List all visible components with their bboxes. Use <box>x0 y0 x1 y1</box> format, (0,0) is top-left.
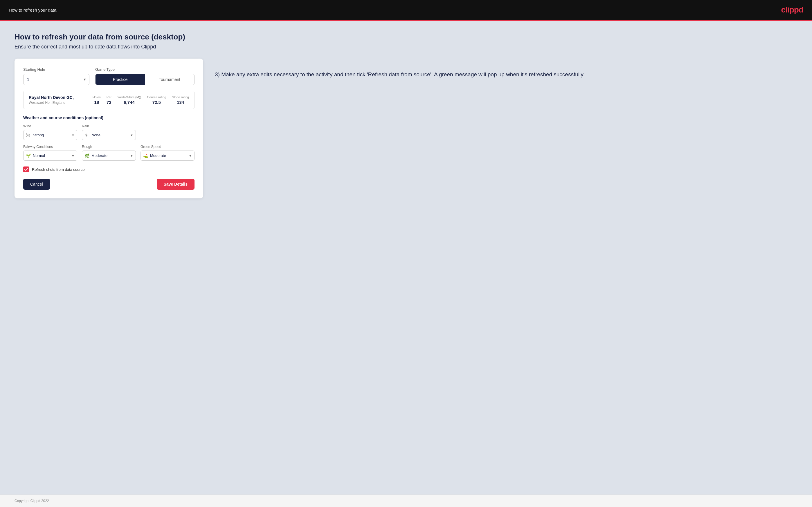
main-content: How to refresh your data from source (de… <box>0 21 812 495</box>
course-name-block: Royal North Devon GC, Westward Ho!, Engl… <box>29 95 87 105</box>
refresh-label: Refresh shots from data source <box>32 167 85 172</box>
holes-value: 18 <box>93 100 101 105</box>
refresh-checkbox-row[interactable]: Refresh shots from data source <box>23 167 195 172</box>
top-bar: How to refresh your data clippd <box>0 0 812 20</box>
wind-label: Wind <box>23 124 77 128</box>
par-value: 72 <box>107 100 111 105</box>
par-label: Par <box>107 96 111 99</box>
starting-hole-game-type-row: Starting Hole 1 ▼ Game Type Practice Tou… <box>23 67 195 85</box>
green-speed-select[interactable]: Moderate <box>141 151 195 161</box>
rough-label: Rough <box>82 145 136 149</box>
rain-select-wrapper: ☀ None ▼ <box>82 130 136 140</box>
rain-select[interactable]: None <box>82 130 136 140</box>
wind-select[interactable]: Strong <box>23 130 77 140</box>
conditions-title: Weather and course conditions (optional) <box>23 115 195 120</box>
course-rating-value: 72.5 <box>147 100 166 105</box>
page-subheading: Ensure the correct and most up to date d… <box>14 44 798 50</box>
clippd-logo: clippd <box>781 5 803 14</box>
green-speed-group: Green Speed ⛳ Moderate ▼ <box>141 145 195 161</box>
rough-select-wrapper: 🌿 Moderate ▼ <box>82 151 136 161</box>
practice-button[interactable]: Practice <box>96 74 145 85</box>
content-layout: Starting Hole 1 ▼ Game Type Practice Tou… <box>14 59 798 199</box>
starting-hole-select[interactable]: 1 <box>23 74 89 85</box>
game-type-group: Game Type Practice Tournament <box>95 67 195 85</box>
slope-rating-label: Slope rating <box>172 96 189 99</box>
rain-label: Rain <box>82 124 136 128</box>
save-button[interactable]: Save Details <box>157 179 195 190</box>
course-rating-stat: Course rating 72.5 <box>147 96 166 105</box>
wind-select-wrapper: 🌬 Strong ▼ <box>23 130 77 140</box>
slope-rating-value: 134 <box>172 100 189 105</box>
holes-stat: Holes 18 <box>93 96 101 105</box>
starting-hole-select-wrapper: 1 ▼ <box>23 74 89 85</box>
par-stat: Par 72 <box>107 96 111 105</box>
wind-group: Wind 🌬 Strong ▼ <box>23 124 77 140</box>
yards-stat: Yards/White (M)) 6,744 <box>117 96 141 105</box>
cancel-button[interactable]: Cancel <box>23 179 50 190</box>
rain-group: Rain ☀ None ▼ <box>82 124 136 140</box>
course-info-box: Royal North Devon GC, Westward Ho!, Engl… <box>23 91 195 109</box>
yards-value: 6,744 <box>117 100 141 105</box>
fairway-label: Fairway Conditions <box>23 145 77 149</box>
green-speed-select-wrapper: ⛳ Moderate ▼ <box>141 151 195 161</box>
main-card: Starting Hole 1 ▼ Game Type Practice Tou… <box>14 59 203 199</box>
slope-rating-stat: Slope rating 134 <box>172 96 189 105</box>
fairway-group: Fairway Conditions 🌱 Normal ▼ <box>23 145 77 161</box>
fairway-select-wrapper: 🌱 Normal ▼ <box>23 151 77 161</box>
yards-label: Yards/White (M)) <box>117 96 141 99</box>
starting-hole-label: Starting Hole <box>23 67 89 72</box>
fairway-select[interactable]: Normal <box>23 151 77 161</box>
holes-label: Holes <box>93 96 101 99</box>
spacer <box>141 124 195 140</box>
page-heading: How to refresh your data from source (de… <box>14 33 798 42</box>
game-type-buttons: Practice Tournament <box>95 74 195 85</box>
card-footer: Cancel Save Details <box>23 179 195 190</box>
course-rating-label: Course rating <box>147 96 166 99</box>
rough-group: Rough 🌿 Moderate ▼ <box>82 145 136 161</box>
rough-select[interactable]: Moderate <box>82 151 136 161</box>
copyright-text: Copyright Clippd 2022 <box>14 499 49 503</box>
refresh-checkbox[interactable] <box>23 167 29 172</box>
course-location: Westward Ho!, England <box>29 101 87 105</box>
starting-hole-group: Starting Hole 1 ▼ <box>23 67 89 85</box>
tournament-button[interactable]: Tournament <box>145 74 194 85</box>
side-text: 3) Make any extra edits necessary to the… <box>215 59 798 78</box>
course-name: Royal North Devon GC, <box>29 95 87 100</box>
header-title: How to refresh your data <box>9 7 56 12</box>
footer: Copyright Clippd 2022 <box>0 495 812 507</box>
fairway-rough-green-row: Fairway Conditions 🌱 Normal ▼ Rough 🌿 <box>23 145 195 161</box>
game-type-label: Game Type <box>95 67 195 72</box>
wind-rain-row: Wind 🌬 Strong ▼ Rain ☀ None <box>23 124 195 140</box>
green-speed-label: Green Speed <box>141 145 195 149</box>
